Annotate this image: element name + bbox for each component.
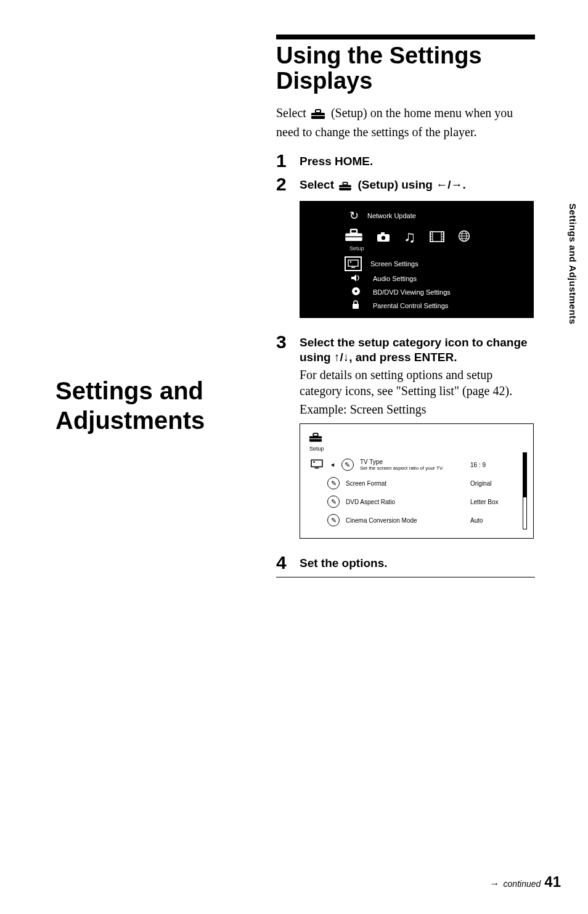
step-3-body1: For details on setting options and setup… [300, 367, 535, 399]
ss1-top-row: ↻ Network Update [300, 208, 533, 224]
svg-rect-34 [313, 433, 317, 436]
heading-rule [276, 35, 535, 39]
ss1-selected-label: Screen Settings [370, 260, 419, 267]
svg-marker-29 [351, 274, 356, 282]
music-note-icon: ♫ [404, 227, 416, 247]
refresh-icon: ↻ [349, 209, 359, 222]
page-footer: → continued 41 [490, 873, 561, 891]
ss2-row-label: TV Type [360, 459, 383, 465]
ss2-row: ✎ Screen Format Original [326, 474, 525, 492]
screenshot-screen-settings: Setup ◄ ✎ TV Type Set the screen [300, 423, 534, 539]
ss1-list: Screen Settings Audio Settings [300, 255, 533, 312]
step-3-body2: Example: Screen Settings [300, 401, 535, 417]
ss1-item-label: Parental Control Settings [373, 302, 448, 309]
parental-lock-icon [347, 300, 364, 311]
ss2-row: ✎ DVD Aspect Ratio Letter Box [326, 492, 525, 511]
wrench-circle-icon: ✎ [327, 496, 340, 508]
step-4-head: Set the options. [300, 556, 535, 571]
svg-rect-32 [353, 304, 359, 309]
svg-rect-2 [311, 115, 325, 116]
ss2-row-arrow: ◄ [330, 462, 335, 468]
ss1-selected-row: Screen Settings [300, 255, 533, 272]
step-1: 1 Press HOME. [276, 152, 535, 170]
svg-rect-35 [309, 439, 322, 439]
ss2-row: ✎ Cinema Conversion Mode Auto [326, 511, 525, 529]
screen-settings-icon [310, 459, 324, 471]
wrench-circle-icon: ✎ [327, 514, 340, 526]
section-title-left: Settings and Adjustments [55, 376, 253, 435]
wrench-circle-icon: ✎ [327, 477, 340, 489]
toolbox-icon [311, 107, 325, 124]
ss1-setup-label: Setup [300, 245, 533, 251]
ss2-row-label: Cinema Conversion Mode [346, 517, 417, 524]
svg-point-31 [354, 290, 357, 292]
ss1-category-icons: ♫ [300, 224, 533, 247]
page-number: 41 [544, 873, 561, 891]
step-3-head: Select the setup category icon to change… [300, 335, 535, 365]
audio-settings-icon [347, 274, 364, 284]
step-2-text-b: (Setup) using [358, 178, 436, 191]
ss2-row-value: Letter Box [470, 499, 513, 505]
step-3-line1: Select the setup category icon to [300, 336, 486, 349]
svg-point-27 [350, 261, 351, 263]
end-rule [276, 577, 535, 577]
page-heading: Using the Settings Displays [276, 43, 535, 94]
svg-rect-38 [315, 467, 319, 468]
svg-rect-28 [351, 267, 355, 268]
ss1-item-label: BD/DVD Viewing Settings [373, 288, 451, 296]
step-number: 3 [276, 333, 291, 549]
step-3-line2b: , and press ENTER. [349, 351, 457, 364]
intro-text-before: Select [276, 106, 309, 120]
svg-rect-26 [348, 260, 358, 266]
film-strip-icon [430, 227, 444, 247]
step-2-text-c: . [462, 178, 465, 191]
ss1-item-row: BD/DVD Viewing Settings [300, 285, 533, 299]
ss2-row-value: Auto [470, 517, 513, 524]
step-number: 2 [276, 175, 291, 328]
camera-icon [377, 227, 390, 247]
ss1-item-row: Parental Control Settings [300, 299, 533, 312]
toolbox-icon [345, 227, 363, 247]
step-2: 2 Select (Setup) using ←/→. ↻ Network Up… [276, 175, 535, 328]
svg-rect-1 [316, 110, 321, 113]
ss2-row-value: Original [470, 480, 513, 487]
continued-label: continued [504, 879, 541, 889]
intro-paragraph: Select (Setup) on the home menu when you… [276, 105, 535, 141]
globe-icon [458, 227, 470, 247]
svg-rect-8 [345, 236, 362, 237]
ss2-row-label: Screen Format [346, 480, 386, 487]
ss1-network-update: Network Update [367, 212, 416, 219]
step-4: 4 Set the options. [276, 553, 535, 572]
step-number: 1 [276, 152, 291, 170]
svg-rect-10 [381, 232, 385, 235]
ss1-item-label: Audio Settings [373, 275, 417, 282]
right-column: Using the Settings Displays Select (Setu… [276, 35, 535, 577]
wrench-circle-icon: ✎ [341, 459, 354, 471]
step-1-head: Press HOME. [300, 154, 535, 169]
steps-list: 1 Press HOME. 2 Select (Setup) using ←/→… [276, 152, 535, 572]
toolbox-icon [309, 431, 322, 446]
svg-rect-36 [311, 460, 322, 467]
continued-arrow-icon: → [490, 878, 500, 889]
svg-rect-7 [351, 229, 357, 233]
side-tab: Settings and Adjustments [568, 203, 578, 324]
svg-rect-4 [343, 182, 348, 185]
toolbox-icon [338, 180, 352, 195]
ss2-row-sublabel: Set the screen aspect ratio of your TV. [360, 465, 444, 471]
step-number: 4 [276, 553, 291, 572]
scrollbar-thumb [523, 453, 526, 497]
ss2-row-label: DVD Aspect Ratio [346, 499, 395, 505]
step-2-text-a: Select [300, 178, 337, 191]
left-right-arrows-icon: ←/→ [436, 178, 462, 191]
step-3: 3 Select the setup category icon to chan… [276, 333, 535, 549]
ss2-setup-label: Setup [309, 446, 525, 452]
ss1-item-row: Audio Settings [300, 272, 533, 285]
scrollbar [523, 452, 527, 529]
screenshot-home-menu: ↻ Network Update ♫ [300, 201, 534, 318]
svg-rect-5 [339, 187, 351, 188]
step-2-head: Select (Setup) using ←/→. [300, 177, 535, 195]
up-down-arrows-icon: ↑/↓ [334, 351, 349, 364]
ss2-row-value: 16 : 9 [470, 462, 513, 468]
screen-settings-icon [345, 256, 362, 271]
ss2-row-selected: ◄ ✎ TV Type Set the screen aspect ratio … [309, 455, 525, 474]
